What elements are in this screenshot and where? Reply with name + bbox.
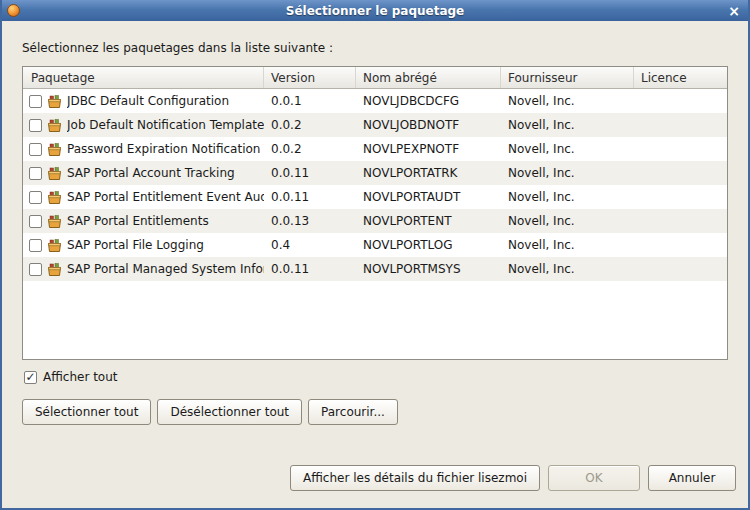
package-short-name: NOVLPORTAUDT [356,190,501,204]
package-name-cell: SAP Portal Entitlement Event Audit [23,190,264,204]
package-name: SAP Portal Account Tracking [67,166,235,180]
table-row[interactable]: SAP Portal Managed System Inform 0.0.11 … [23,257,727,281]
package-name-cell: SAP Portal File Logging [23,238,264,252]
table-row[interactable]: SAP Portal Entitlements 0.0.13 NOVLPORTE… [23,209,727,233]
package-icon [47,143,62,156]
package-short-name: NOVLPORTLOG [356,238,501,252]
package-version: 0.0.11 [264,166,356,180]
readme-details-button[interactable]: Afficher les détails du fichier lisezmoi [290,465,540,491]
package-name: SAP Portal Entitlements [67,214,209,228]
table-row[interactable]: Job Default Notification Templates 0.0.2… [23,113,727,137]
row-checkbox[interactable] [29,167,42,180]
table-body: JDBC Default Configuration 0.0.1 NOVLJDB… [23,89,727,359]
package-name: Password Expiration Notification Tem [67,142,264,156]
package-version: 0.0.11 [264,190,356,204]
package-name: SAP Portal File Logging [67,238,204,252]
window-icon [7,4,20,17]
package-version: 0.0.13 [264,214,356,228]
titlebar[interactable]: Sélectionner le paquetage × [2,0,748,21]
package-short-name: NOVLJDBCDCFG [356,94,501,108]
package-vendor: Novell, Inc. [501,214,634,228]
row-checkbox[interactable] [29,239,42,252]
instruction-label: Sélectionnez les paquetages dans la list… [22,41,333,55]
package-vendor: Novell, Inc. [501,238,634,252]
package-name: Job Default Notification Templates [67,118,264,132]
package-name-cell: JDBC Default Configuration [23,94,264,108]
package-version: 0.4 [264,238,356,252]
table-row[interactable]: Password Expiration Notification Tem 0.0… [23,137,727,161]
package-name: SAP Portal Entitlement Event Audit [67,190,264,204]
package-name-cell: Job Default Notification Templates [23,118,264,132]
table-header: Paquetage Version Nom abrégé Fournisseur… [23,67,727,89]
row-checkbox[interactable] [29,191,42,204]
package-name: JDBC Default Configuration [67,94,229,108]
table-row[interactable]: SAP Portal Account Tracking 0.0.11 NOVLP… [23,161,727,185]
row-checkbox[interactable] [29,143,42,156]
package-version: 0.0.2 [264,142,356,156]
row-checkbox[interactable] [29,263,42,276]
row-checkbox[interactable] [29,119,42,132]
cancel-button[interactable]: Annuler [648,465,736,491]
package-short-name: NOVLPORTMSYS [356,262,501,276]
dialog-buttons: Afficher les détails du fichier lisezmoi… [2,465,736,491]
column-header-nom-abrege[interactable]: Nom abrégé [356,67,501,88]
row-checkbox[interactable] [29,215,42,228]
package-name-cell: SAP Portal Account Tracking [23,166,264,180]
package-table: Paquetage Version Nom abrégé Fournisseur… [22,66,728,360]
package-icon [47,119,62,132]
package-short-name: NOVLJOBDNOTF [356,118,501,132]
column-header-paquetage[interactable]: Paquetage [23,67,264,88]
package-icon [47,215,62,228]
package-vendor: Novell, Inc. [501,166,634,180]
package-version: 0.0.11 [264,262,356,276]
package-vendor: Novell, Inc. [501,94,634,108]
package-icon [47,167,62,180]
table-row[interactable]: JDBC Default Configuration 0.0.1 NOVLJDB… [23,89,727,113]
column-header-licence[interactable]: Licence [634,67,727,88]
package-icon [47,239,62,252]
package-icon [47,263,62,276]
column-header-fournisseur[interactable]: Fournisseur [501,67,634,88]
package-name: SAP Portal Managed System Inform [67,262,264,276]
package-icon [47,191,62,204]
package-short-name: NOVLPORTENT [356,214,501,228]
window-title: Sélectionner le paquetage [2,4,748,18]
selection-buttons: Sélectionner tout Désélectionner tout Pa… [22,399,398,425]
deselect-all-button[interactable]: Désélectionner tout [157,399,302,425]
package-short-name: NOVLPEXPNOTF [356,142,501,156]
package-vendor: Novell, Inc. [501,118,634,132]
package-name-cell: Password Expiration Notification Tem [23,142,264,156]
show-all-option[interactable]: Afficher tout [24,370,118,384]
dialog-window: Sélectionner le paquetage × Sélectionnez… [0,0,750,510]
browse-button[interactable]: Parcourir... [308,399,398,425]
show-all-checkbox[interactable] [24,371,37,384]
package-vendor: Novell, Inc. [501,262,634,276]
table-row[interactable]: SAP Portal File Logging 0.4 NOVLPORTLOG … [23,233,727,257]
row-checkbox[interactable] [29,95,42,108]
column-header-version[interactable]: Version [264,67,356,88]
package-vendor: Novell, Inc. [501,142,634,156]
package-name-cell: SAP Portal Entitlements [23,214,264,228]
show-all-label: Afficher tout [43,370,118,384]
package-version: 0.0.2 [264,118,356,132]
ok-button[interactable]: OK [548,465,640,491]
package-short-name: NOVLPORTATRK [356,166,501,180]
close-icon[interactable]: × [728,4,740,18]
select-all-button[interactable]: Sélectionner tout [22,399,151,425]
package-icon [47,95,62,108]
package-name-cell: SAP Portal Managed System Inform [23,262,264,276]
table-row[interactable]: SAP Portal Entitlement Event Audit 0.0.1… [23,185,727,209]
package-vendor: Novell, Inc. [501,190,634,204]
package-version: 0.0.1 [264,94,356,108]
